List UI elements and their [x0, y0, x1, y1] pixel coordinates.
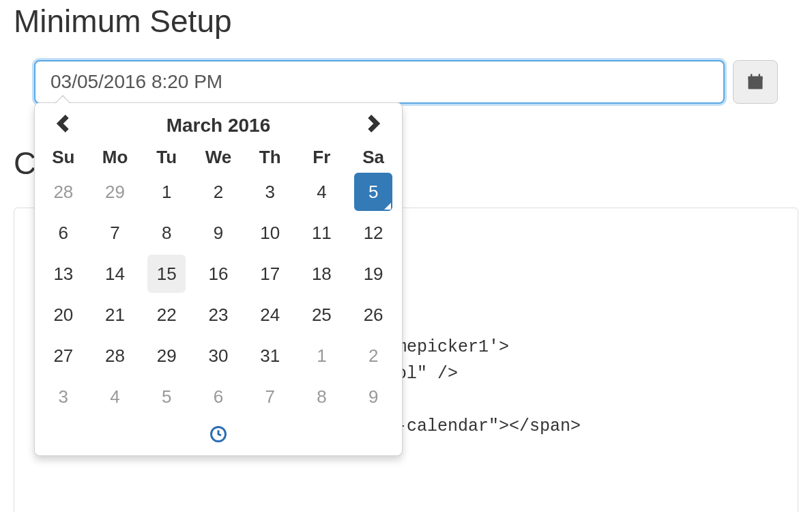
day-cell[interactable]: 9 [192, 212, 244, 253]
day-cell[interactable]: 16 [192, 253, 244, 294]
day-cell[interactable]: 28 [89, 335, 141, 376]
day-cell-selected[interactable]: 5 [347, 171, 399, 212]
day-cell[interactable]: 23 [192, 294, 244, 335]
active-day-indicator [384, 203, 391, 210]
day-cell[interactable]: 29 [141, 335, 192, 376]
day-cell[interactable]: 7 [89, 212, 141, 253]
page-title: Minimum Setup [14, 0, 798, 40]
day-cell[interactable]: 8 [141, 212, 192, 253]
day-cell[interactable]: 27 [38, 335, 89, 376]
day-cell[interactable]: 1 [141, 171, 192, 212]
day-cell[interactable]: 12 [347, 212, 399, 253]
svg-rect-7 [758, 85, 761, 86]
day-cell-other-month[interactable]: 1 [296, 335, 348, 376]
weekday-header: Mo [89, 143, 141, 171]
day-cell-other-month[interactable]: 4 [89, 376, 141, 417]
popover-arrow [55, 96, 70, 104]
svg-rect-3 [754, 81, 757, 83]
day-cell[interactable]: 14 [89, 253, 141, 294]
chevron-left-icon [56, 114, 71, 133]
weekday-header: Su [38, 143, 89, 171]
day-cell[interactable]: 10 [244, 212, 296, 253]
datetime-input[interactable] [34, 60, 725, 104]
day-cell-other-month[interactable]: 28 [38, 171, 89, 212]
day-cell-other-month[interactable]: 3 [38, 376, 89, 417]
day-cell-other-month[interactable]: 6 [192, 376, 244, 417]
day-cell[interactable]: 22 [141, 294, 192, 335]
day-cell[interactable]: 13 [38, 253, 89, 294]
time-picker-toggle[interactable] [207, 423, 230, 446]
day-cell-other-month[interactable]: 8 [296, 376, 348, 417]
day-cell[interactable]: 31 [244, 335, 296, 376]
day-cell-other-month[interactable]: 9 [347, 376, 399, 417]
clock-icon [209, 425, 228, 444]
svg-rect-1 [749, 76, 763, 80]
calendar-addon-button[interactable] [733, 60, 778, 104]
day-cell[interactable]: 19 [347, 253, 399, 294]
day-cell-other-month[interactable]: 5 [141, 376, 192, 417]
svg-rect-5 [750, 85, 753, 86]
day-cell-other-month[interactable]: 7 [244, 376, 296, 417]
day-cell[interactable]: 25 [296, 294, 348, 335]
month-year-switcher[interactable]: March 2016 [166, 115, 271, 136]
day-cell[interactable]: 21 [89, 294, 141, 335]
day-cell[interactable]: 20 [38, 294, 89, 335]
next-month-button[interactable] [366, 115, 381, 137]
weekday-header: Sa [347, 143, 399, 171]
day-cell[interactable]: 11 [296, 212, 348, 253]
day-cell[interactable]: 18 [296, 253, 348, 294]
day-cell[interactable]: 3 [244, 171, 296, 212]
calendar-icon [746, 72, 765, 91]
svg-rect-6 [754, 85, 757, 86]
day-cell[interactable]: 4 [296, 171, 348, 212]
weekday-header: Th [244, 143, 296, 171]
day-cell-today[interactable]: 15 [141, 253, 192, 294]
day-cell[interactable]: 17 [244, 253, 296, 294]
day-cell[interactable]: 26 [347, 294, 399, 335]
day-cell[interactable]: 6 [38, 212, 89, 253]
day-cell[interactable]: 24 [244, 294, 296, 335]
svg-rect-4 [758, 81, 761, 83]
day-cell[interactable]: 30 [192, 335, 244, 376]
prev-month-button[interactable] [56, 115, 71, 137]
day-cell-other-month[interactable]: 2 [347, 335, 399, 376]
datepicker-popover: March 2016 SuMoTuWeThFrSa 28291234567891… [34, 102, 403, 456]
weekday-header: Tu [141, 143, 192, 171]
day-cell-other-month[interactable]: 29 [89, 171, 141, 212]
datetime-input-group [34, 60, 778, 104]
weekday-header: We [192, 143, 244, 171]
weekday-header: Fr [296, 143, 348, 171]
chevron-right-icon [366, 114, 381, 133]
svg-rect-2 [750, 81, 753, 83]
day-cell[interactable]: 2 [192, 171, 244, 212]
